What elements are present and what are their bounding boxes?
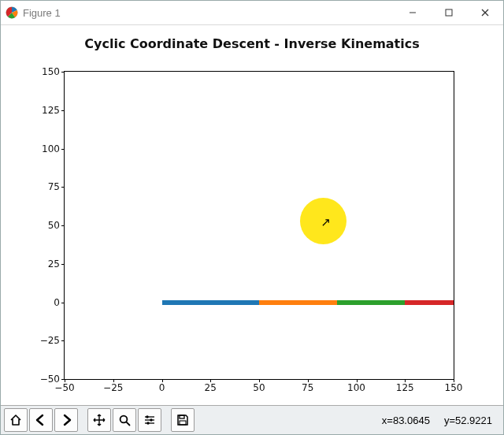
home-button[interactable] [4, 408, 28, 432]
ytick-label: 100 [42, 143, 65, 154]
ytick-label: 50 [48, 220, 65, 231]
figure-window: Figure 1 Cyclic Coordinate Descent - Inv… [0, 0, 504, 435]
link-2 [259, 300, 337, 305]
link-3 [337, 300, 405, 305]
ytick-label: 75 [48, 181, 65, 192]
svg-point-11 [150, 418, 152, 421]
toolbar: x=83.0645 y=52.9221 [1, 405, 503, 434]
link-1 [162, 300, 260, 305]
xtick-label: 50 [253, 379, 265, 393]
xtick-label: 75 [302, 379, 313, 393]
window-title: Figure 1 [23, 7, 61, 19]
highlight-marker [300, 198, 346, 244]
maximize-button[interactable] [431, 1, 467, 24]
xtick-label: 0 [159, 379, 165, 393]
window-controls [395, 1, 503, 24]
zoom-button[interactable] [113, 408, 136, 432]
coord-readout: x=83.0645 y=52.9221 [382, 415, 500, 426]
chart-title: Cyclic Coordinate Descent - Inverse Kine… [1, 25, 503, 51]
xtick-label: −50 [54, 379, 74, 393]
pan-button[interactable] [87, 408, 111, 432]
axes[interactable]: −50−250255075100125150−50−25025507510012… [64, 71, 454, 380]
svg-rect-13 [180, 415, 184, 418]
matplotlib-icon [6, 6, 18, 19]
close-button[interactable] [467, 1, 503, 24]
xtick-label: 125 [396, 379, 414, 393]
svg-point-12 [146, 422, 149, 424]
xtick-label: −25 [103, 379, 123, 393]
xtick-label: 100 [347, 379, 365, 393]
minimize-button[interactable] [395, 1, 431, 24]
xtick-label: 25 [205, 379, 217, 393]
coord-x: x=83.0645 [382, 415, 430, 426]
configure-subplots-button[interactable] [138, 408, 161, 432]
back-button[interactable] [29, 408, 53, 432]
forward-button[interactable] [54, 408, 78, 432]
link-4 [405, 300, 454, 305]
ytick-label: 0 [54, 297, 65, 308]
titlebar[interactable]: Figure 1 [1, 1, 503, 25]
xtick-label: 150 [445, 379, 463, 393]
svg-line-6 [126, 422, 129, 425]
ytick-label: 150 [42, 66, 65, 77]
coord-y: y=52.9221 [444, 415, 492, 426]
svg-rect-2 [446, 9, 452, 16]
save-button[interactable] [171, 408, 195, 432]
ytick-label: 25 [48, 258, 65, 270]
ytick-label: −25 [40, 335, 65, 346]
ytick-label: 125 [42, 105, 65, 116]
svg-point-10 [146, 415, 148, 418]
figure-canvas[interactable]: Cyclic Coordinate Descent - Inverse Kine… [1, 25, 503, 405]
